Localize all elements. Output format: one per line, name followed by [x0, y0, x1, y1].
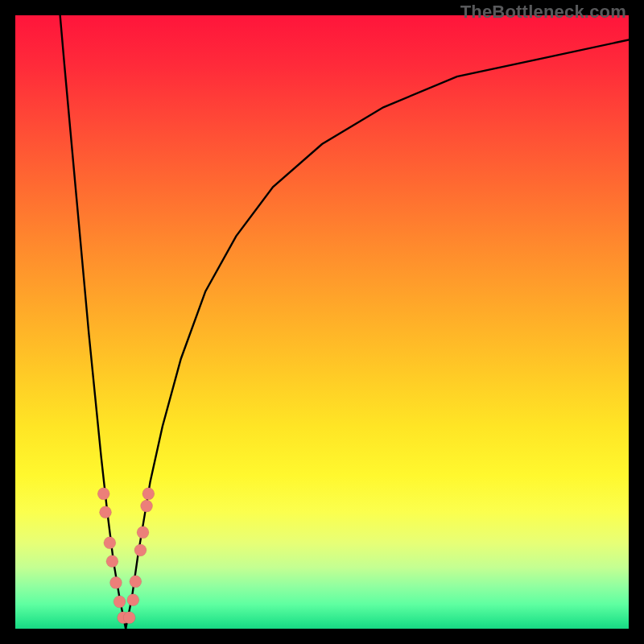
data-points-left [97, 488, 129, 624]
chart-frame: TheBottleneck.com [0, 0, 644, 644]
data-point [109, 576, 122, 588]
plot-area [15, 15, 629, 629]
curve-left-branch [60, 15, 126, 629]
data-point [137, 526, 149, 539]
watermark-text: TheBottleneck.com [460, 2, 626, 23]
data-point [142, 488, 155, 500]
data-points-right [123, 488, 155, 624]
data-point [123, 612, 135, 624]
curve-right-branch [126, 39, 629, 629]
data-point [127, 594, 139, 606]
data-point [104, 537, 116, 549]
data-point [106, 555, 118, 568]
data-point [141, 500, 153, 512]
data-point [97, 488, 109, 500]
bottleneck-curve [15, 15, 629, 629]
data-point [130, 576, 142, 588]
data-point [114, 596, 126, 608]
data-point [134, 544, 147, 556]
data-point [100, 506, 112, 518]
